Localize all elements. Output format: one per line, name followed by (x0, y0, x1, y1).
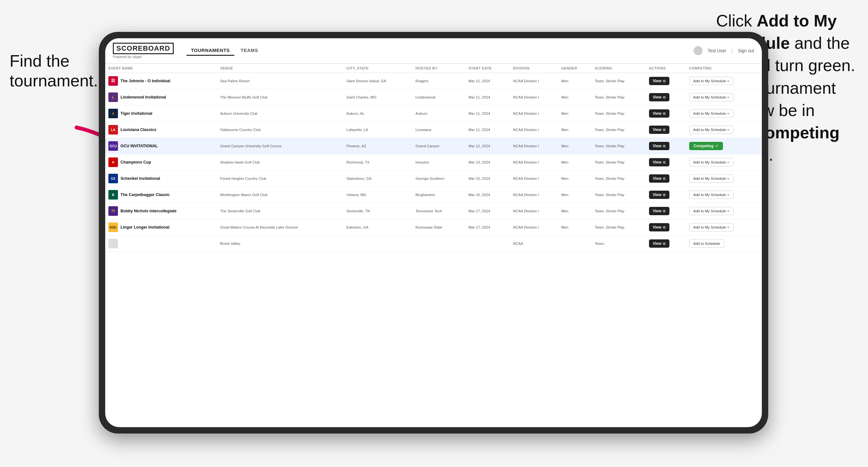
scoring-cell: Team, Stroke Play (592, 203, 646, 219)
start-date-cell: Mar 15, 2024 (465, 170, 510, 187)
scoring-cell: Team, Stroke Play (592, 154, 646, 170)
table-row: GS Schenkel Invitational Forest Heights … (105, 170, 762, 187)
event-name-cell: LA Louisiana Classics (105, 122, 217, 138)
add-to-schedule-button[interactable]: Add to My Schedule + (689, 158, 734, 166)
view-button[interactable]: View ⊙ (649, 110, 670, 118)
actions-cell: View ⊙ (646, 122, 686, 138)
city-state-cell: Saint Simons Island, GA (343, 73, 412, 89)
competing-cell: Add to My Schedule + (686, 154, 762, 170)
competing-cell: Add to My Schedule + (686, 89, 762, 105)
division-cell: NCAA Division I (510, 73, 558, 89)
actions-cell: View ⊙ (646, 236, 686, 252)
city-state-cell: Richmond, TX (343, 154, 412, 170)
event-name-cell: GS Schenkel Invitational (105, 170, 217, 187)
scoring-cell: Team, Stroke Play (592, 219, 646, 236)
user-name: Test User (708, 48, 726, 53)
add-to-schedule-button[interactable]: Add to My Schedule + (689, 191, 734, 199)
hosted-by-cell: Houston (412, 154, 465, 170)
eye-icon: ⊙ (663, 209, 665, 213)
team-logo: A (108, 109, 118, 118)
table-container: EVENT NAME VENUE CITY, STATE HOSTED BY S… (105, 64, 762, 427)
eye-icon: ⊙ (663, 79, 665, 83)
venue-cell: Sea Palms Resort (217, 73, 343, 89)
view-button[interactable]: View ⊙ (649, 142, 670, 150)
table-row: Brook Valley NCAA Team, View ⊙ Add to Sc… (105, 236, 762, 252)
hosted-by-cell: Auburn (412, 105, 465, 122)
gender-cell: Men (558, 170, 592, 187)
tablet-screen: SCOREBOARD Powered by clippd TOURNAMENTS… (105, 38, 762, 427)
nav-tabs: TOURNAMENTS TEAMS (186, 45, 263, 56)
add-to-schedule-button[interactable]: Add to My Schedule + (689, 175, 734, 183)
team-logo: GS (108, 174, 118, 183)
city-state-cell: Phoenix, AZ (343, 138, 412, 154)
add-to-schedule-button[interactable]: Add to My Schedule + (689, 110, 734, 118)
view-button[interactable]: View ⊙ (649, 191, 670, 199)
city-state-cell: Lafayette, LA (343, 122, 412, 138)
start-date-cell (465, 236, 510, 252)
hosted-by-cell: Georgia Southern (412, 170, 465, 187)
hosted-by-cell (412, 236, 465, 252)
event-name: Schenkel Invitational (121, 176, 160, 181)
gender-cell: Men (558, 203, 592, 219)
hosted-by-cell: Tennessee Tech (412, 203, 465, 219)
competing-button[interactable]: Competing ✓ (689, 142, 723, 150)
view-button[interactable]: View ⊙ (649, 158, 670, 166)
event-name: GCU INVITATIONAL (121, 144, 158, 149)
city-state-cell: Eatonton, GA (343, 219, 412, 236)
gender-cell: Men (558, 89, 592, 105)
col-division: DIVISION (510, 64, 558, 73)
hosted-by-cell: Kennesaw State (412, 219, 465, 236)
table-row: A Tiger Invitational Auburn University C… (105, 105, 762, 122)
tab-teams[interactable]: TEAMS (236, 45, 263, 56)
add-to-schedule-button[interactable]: Add to My Schedule + (689, 223, 734, 231)
add-to-schedule-button[interactable]: Add to My Schedule + (689, 126, 734, 134)
division-cell: NCAA Division I (510, 122, 558, 138)
actions-cell: View ⊙ (646, 219, 686, 236)
scoring-cell: Team, Stroke Play (592, 105, 646, 122)
event-name-cell: TT Bobby Nichols Intercollegiate (105, 203, 217, 219)
view-button[interactable]: View ⊙ (649, 207, 670, 215)
view-button[interactable]: View ⊙ (649, 77, 670, 85)
team-logo: GCU (108, 141, 118, 151)
event-name-cell: A Tiger Invitational (105, 105, 217, 122)
table-row: LA Louisiana Classics Oakbourne Country … (105, 122, 762, 138)
user-avatar (694, 46, 703, 55)
hosted-by-cell: Lindenwood (412, 89, 465, 105)
sign-out-link[interactable]: Sign out (738, 48, 754, 53)
annotation-left: Find thetournament. (9, 51, 98, 91)
gender-cell: Men (558, 73, 592, 89)
view-button[interactable]: View ⊙ (649, 126, 670, 134)
event-name: The Johnnie - O Individual (121, 79, 170, 84)
eye-icon: ⊙ (663, 177, 665, 181)
gender-cell: Men (558, 122, 592, 138)
venue-cell: The Sevierville Golf Club (217, 203, 343, 219)
division-cell: NCAA Division I (510, 203, 558, 219)
start-date-cell: Mar 11, 2024 (465, 73, 510, 89)
event-name-cell: B The Carpetbagger Classic (105, 187, 217, 203)
view-button[interactable]: View ⊙ (649, 175, 670, 183)
competing-cell: Add to My Schedule + (686, 73, 762, 89)
start-date-cell: Mar 11, 2024 (465, 89, 510, 105)
division-cell: NCAA Division I (510, 170, 558, 187)
start-date-cell: Mar 11, 2024 (465, 105, 510, 122)
view-button[interactable]: View ⊙ (649, 223, 670, 231)
table-header-row: EVENT NAME VENUE CITY, STATE HOSTED BY S… (105, 64, 762, 73)
add-to-schedule-button[interactable]: Add to My Schedule + (689, 77, 734, 85)
event-name: Linger Longer Invitational (121, 225, 169, 230)
eye-icon: ⊙ (663, 128, 665, 132)
actions-cell: View ⊙ (646, 105, 686, 122)
add-to-schedule-button[interactable]: Add to My Schedule + (689, 93, 734, 101)
add-to-schedule-button[interactable]: Add to Schedule (689, 240, 724, 248)
table-row: GCU GCU INVITATIONAL Grand Canyon Univer… (105, 138, 762, 154)
col-hosted-by: HOSTED BY (412, 64, 465, 73)
division-cell: NCAA (510, 236, 558, 252)
actions-cell: View ⊙ (646, 170, 686, 187)
view-button[interactable]: View ⊙ (649, 240, 670, 248)
tab-tournaments[interactable]: TOURNAMENTS (186, 45, 234, 56)
gender-cell: Men (558, 219, 592, 236)
venue-cell: Forest Heights Country Club (217, 170, 343, 187)
view-button[interactable]: View ⊙ (649, 93, 670, 101)
hosted-by-cell: Binghamton (412, 187, 465, 203)
start-date-cell: Mar 12, 2024 (465, 138, 510, 154)
add-to-schedule-button[interactable]: Add to My Schedule + (689, 207, 734, 215)
